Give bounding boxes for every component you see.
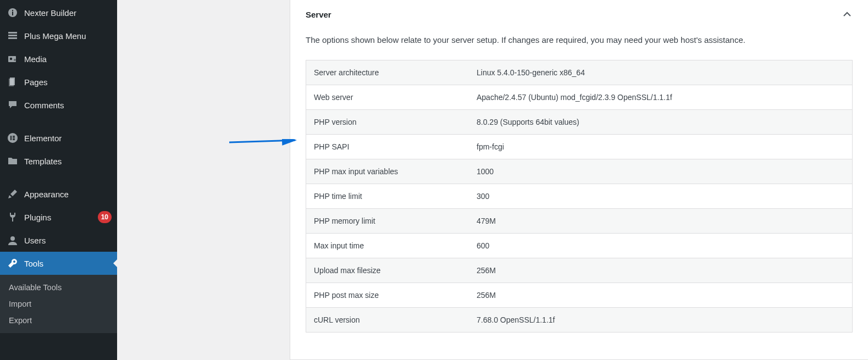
row-value: fpm-fcgi xyxy=(469,135,852,159)
section-title: Server xyxy=(306,10,331,19)
row-label: PHP post max size xyxy=(306,283,469,307)
svg-rect-15 xyxy=(13,139,15,140)
sidebar-item-media[interactable]: Media xyxy=(0,47,117,70)
wrench-icon xyxy=(7,257,19,269)
admin-sidebar: Nexter Builder Plus Mega Menu Media Page… xyxy=(0,0,117,360)
sidebar-item-label: Tools xyxy=(24,259,112,268)
sidebar-item-label: Plus Mega Menu xyxy=(24,31,112,41)
grid-icon xyxy=(7,30,19,42)
row-label: Web server xyxy=(306,85,469,109)
camera-icon xyxy=(7,53,19,65)
elementor-icon xyxy=(7,132,19,144)
row-label: PHP version xyxy=(306,110,469,134)
table-row: PHP version 8.0.29 (Supports 64bit value… xyxy=(306,110,852,135)
table-row: Server architecture Linux 5.4.0-150-gene… xyxy=(306,60,852,85)
update-count-badge: 10 xyxy=(98,211,112,223)
sidebar-item-tools[interactable]: Tools xyxy=(0,252,117,275)
comment-icon xyxy=(7,99,19,111)
chevron-up-icon xyxy=(842,9,853,20)
row-label: PHP SAPI xyxy=(306,135,469,159)
info-icon xyxy=(7,7,19,19)
row-value: 1000 xyxy=(469,159,852,184)
svg-rect-14 xyxy=(13,137,15,139)
table-row: cURL version 7.68.0 OpenSSL/1.1.1f xyxy=(306,308,852,332)
table-row: PHP post max size 256M xyxy=(306,283,852,308)
page-icon xyxy=(7,76,19,88)
svg-rect-13 xyxy=(13,136,15,137)
row-value: 256M xyxy=(469,283,852,307)
svg-rect-4 xyxy=(8,35,17,36)
server-info-table: Server architecture Linux 5.4.0-150-gene… xyxy=(306,60,853,333)
row-label: cURL version xyxy=(306,308,469,332)
content-gap xyxy=(117,0,290,360)
sidebar-item-pages[interactable]: Pages xyxy=(0,70,117,93)
row-value: 256M xyxy=(469,258,852,283)
svg-point-7 xyxy=(10,58,12,60)
row-value: 8.0.29 (Supports 64bit values) xyxy=(469,110,852,134)
row-value: 479M xyxy=(469,209,852,233)
row-value: Linux 5.4.0-150-generic x86_64 xyxy=(469,60,852,85)
row-value: Apache/2.4.57 (Ubuntu) mod_fcgid/2.3.9 O… xyxy=(469,85,852,109)
table-row: PHP max input variables 1000 xyxy=(306,159,852,184)
table-row: PHP time limit 300 xyxy=(306,184,852,209)
section-header[interactable]: Server xyxy=(290,0,868,35)
row-value: 7.68.0 OpenSSL/1.1.1f xyxy=(469,308,852,332)
sidebar-item-nexter-builder[interactable]: Nexter Builder xyxy=(0,1,117,24)
plug-icon xyxy=(7,211,19,223)
server-info-panel: Server The options shown below relate to… xyxy=(290,0,868,360)
tools-submenu: Available Tools Import Export xyxy=(0,275,117,333)
folder-icon xyxy=(7,155,19,167)
row-value: 600 xyxy=(469,234,852,258)
sidebar-item-label: Templates xyxy=(24,157,112,166)
menu-separator xyxy=(0,173,117,182)
sidebar-item-label: Media xyxy=(24,54,112,64)
sidebar-item-label: Comments xyxy=(24,101,112,110)
sidebar-item-plugins[interactable]: Plugins 10 xyxy=(0,206,117,229)
section-description: The options shown below relate to your s… xyxy=(290,35,868,60)
svg-point-16 xyxy=(10,236,15,241)
sidebar-item-label: Pages xyxy=(24,77,112,87)
svg-rect-3 xyxy=(8,32,17,34)
row-label: PHP time limit xyxy=(306,184,469,208)
sidebar-item-plus-mega-menu[interactable]: Plus Mega Menu xyxy=(0,24,117,47)
svg-line-17 xyxy=(229,140,295,142)
sidebar-item-label: Nexter Builder xyxy=(24,8,112,18)
brush-icon xyxy=(7,188,19,200)
sidebar-item-templates[interactable]: Templates xyxy=(0,149,117,173)
svg-rect-5 xyxy=(8,37,17,39)
table-row: PHP SAPI fpm-fcgi xyxy=(306,135,852,159)
row-value: 300 xyxy=(469,184,852,208)
sidebar-item-users[interactable]: Users xyxy=(0,229,117,252)
sidebar-item-label: Plugins xyxy=(24,213,95,222)
user-icon xyxy=(7,234,19,246)
table-row: Upload max filesize 256M xyxy=(306,258,852,283)
row-label: Upload max filesize xyxy=(306,258,469,283)
row-label: Server architecture xyxy=(306,60,469,85)
row-label: PHP max input variables xyxy=(306,159,469,184)
svg-rect-1 xyxy=(12,12,13,15)
menu-separator xyxy=(0,117,117,126)
submenu-export[interactable]: Export xyxy=(0,312,117,329)
svg-point-8 xyxy=(14,59,16,61)
submenu-available-tools[interactable]: Available Tools xyxy=(0,279,117,296)
row-label: PHP memory limit xyxy=(306,209,469,233)
sidebar-item-label: Elementor xyxy=(24,134,112,143)
annotation-arrow-icon xyxy=(229,139,306,156)
sidebar-item-label: Appearance xyxy=(24,190,112,199)
svg-rect-12 xyxy=(10,136,12,140)
table-row: PHP memory limit 479M xyxy=(306,209,852,234)
sidebar-item-appearance[interactable]: Appearance xyxy=(0,182,117,206)
table-row: Web server Apache/2.4.57 (Ubuntu) mod_fc… xyxy=(306,85,852,110)
svg-rect-2 xyxy=(12,10,13,11)
sidebar-item-elementor[interactable]: Elementor xyxy=(0,126,117,149)
table-row: Max input time 600 xyxy=(306,234,852,258)
sidebar-item-comments[interactable]: Comments xyxy=(0,93,117,117)
svg-rect-10 xyxy=(9,79,14,86)
submenu-import[interactable]: Import xyxy=(0,296,117,312)
row-label: Max input time xyxy=(306,234,469,258)
sidebar-item-label: Users xyxy=(24,236,112,245)
